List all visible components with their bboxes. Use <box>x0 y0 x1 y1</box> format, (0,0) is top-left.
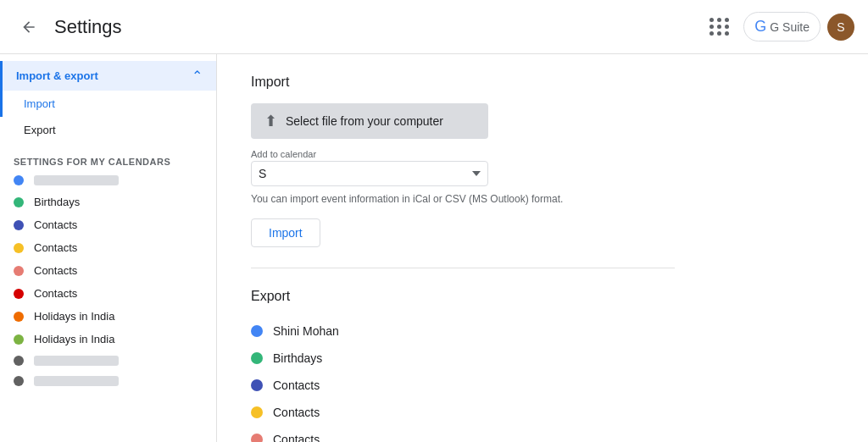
header: Settings G G Suite S <box>0 0 868 54</box>
sidebar-calendar-item[interactable]: Contacts <box>0 213 216 236</box>
import-section: Import ⬆ Select file from your computer … <box>251 75 834 247</box>
calendar-color-dot <box>14 243 24 253</box>
export-color-dot <box>251 406 263 418</box>
calendar-color-dot <box>14 356 24 366</box>
sidebar-item-export[interactable]: Export <box>0 117 216 143</box>
calendar-name-label: Contacts <box>34 218 77 231</box>
header-right: G G Suite S <box>703 11 854 42</box>
select-file-button[interactable]: ⬆ Select file from your computer <box>251 103 488 139</box>
export-calendar-label: Contacts <box>273 406 320 419</box>
calendar-name-label: Contacts <box>34 264 77 277</box>
export-color-dot <box>251 352 263 364</box>
chevron-up-icon: ⌃ <box>192 68 203 84</box>
import-export-section-header[interactable]: Import & export ⌃ <box>0 61 216 91</box>
export-color-dot <box>251 325 263 337</box>
calendar-color-dot <box>14 220 24 230</box>
sidebar-calendar-item[interactable] <box>0 371 216 391</box>
calendar-color-dot <box>14 197 24 207</box>
calendar-name-blurred <box>34 356 119 366</box>
gsuite-badge[interactable]: G G Suite <box>743 12 821 41</box>
sidebar-calendar-list: BirthdaysContactsContactsContactsContact… <box>0 170 216 391</box>
export-color-dot <box>251 434 263 442</box>
sidebar-item-import[interactable]: Import <box>0 91 216 117</box>
avatar[interactable]: S <box>827 14 854 41</box>
upload-icon: ⬆ <box>264 112 277 130</box>
calendar-color-dot <box>14 289 24 299</box>
calendar-name-label: Contacts <box>34 241 77 254</box>
import-section-title: Import <box>251 75 834 90</box>
select-file-label: Select file from your computer <box>286 114 443 128</box>
export-calendar-label: Shini Mohan <box>273 324 339 338</box>
sidebar-item-import-label: Import <box>24 97 55 110</box>
settings-calendars-label: Settings for my calendars <box>0 143 216 170</box>
calendar-name-label: Birthdays <box>34 196 80 208</box>
export-calendar-list: Shini MohanBirthdaysContactsContactsCont… <box>251 318 834 442</box>
sidebar: Import & export ⌃ Import Export Settings… <box>0 54 217 442</box>
export-calendar-item: Contacts <box>251 399 834 426</box>
add-to-calendar-container: Add to calendar S <box>251 149 834 186</box>
google-apps-icon[interactable] <box>703 11 737 42</box>
sidebar-item-export-label: Export <box>24 124 56 136</box>
sidebar-calendar-item[interactable]: Birthdays <box>0 191 216 213</box>
header-left: Settings <box>14 12 122 42</box>
import-export-label: Import & export <box>16 69 98 82</box>
content-area: Import ⬆ Select file from your computer … <box>217 54 868 442</box>
calendar-name-blurred <box>34 376 119 386</box>
gsuite-g-letter: G <box>754 18 766 36</box>
calendar-name-label: Holidays in India <box>34 333 114 345</box>
sidebar-calendar-item[interactable] <box>0 170 216 191</box>
export-calendar-label: Birthdays <box>273 351 322 365</box>
export-calendar-label: Contacts <box>273 433 320 442</box>
import-hint: You can import event information in iCal… <box>251 193 590 205</box>
sidebar-calendar-item[interactable]: Contacts <box>0 282 216 305</box>
calendar-name-blurred <box>34 175 119 185</box>
gsuite-label: G Suite <box>770 20 810 34</box>
back-button[interactable] <box>14 12 44 42</box>
calendar-color-dot <box>14 376 24 386</box>
main-layout: Import & export ⌃ Import Export Settings… <box>0 54 868 442</box>
sidebar-calendar-item[interactable]: Contacts <box>0 259 216 282</box>
sidebar-calendar-item[interactable]: Holidays in India <box>0 305 216 328</box>
section-divider <box>251 268 675 268</box>
export-calendar-item: Shini Mohan <box>251 318 834 345</box>
sidebar-calendar-item[interactable]: Contacts <box>0 236 216 259</box>
calendar-color-dot <box>14 266 24 276</box>
calendar-name-label: Holidays in India <box>34 310 114 323</box>
page-title: Settings <box>54 16 122 38</box>
export-section: Export Shini MohanBirthdaysContactsConta… <box>251 289 834 442</box>
calendar-color-dot <box>14 175 24 185</box>
export-calendar-item: Contacts <box>251 372 834 399</box>
calendar-name-label: Contacts <box>34 287 77 300</box>
add-to-calendar-select[interactable]: S <box>251 161 488 186</box>
calendar-color-dot <box>14 312 24 322</box>
sidebar-calendar-item[interactable] <box>0 351 216 371</box>
export-color-dot <box>251 379 263 391</box>
export-section-title: Export <box>251 289 834 304</box>
import-button[interactable]: Import <box>251 218 320 247</box>
export-calendar-label: Contacts <box>273 378 320 392</box>
export-calendar-item: Contacts <box>251 426 834 442</box>
add-to-calendar-label: Add to calendar <box>251 149 834 159</box>
export-calendar-item: Birthdays <box>251 345 834 372</box>
calendar-color-dot <box>14 334 24 345</box>
sidebar-calendar-item[interactable]: Holidays in India <box>0 328 216 351</box>
